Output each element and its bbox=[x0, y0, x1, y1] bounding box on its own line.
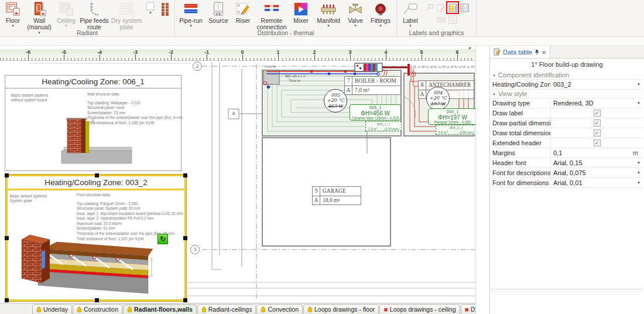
data-table-button[interactable] bbox=[447, 2, 458, 13]
pipe-run-dropdown-arrow: ▼ bbox=[189, 25, 193, 27]
manifold-button[interactable]: Manifold ▼ bbox=[313, 1, 344, 30]
ribbon-group-radiant: Floor ▼ Wall (manual) ▼ Ceiling ▼ bbox=[0, 0, 175, 36]
grid-marker-2: 2 bbox=[193, 62, 202, 71]
grid-table-button[interactable] bbox=[447, 14, 458, 25]
zone-subtag-004-1-1[interactable]: 004_1_1 3,6 m²[200 mm] bbox=[436, 125, 475, 135]
ceiling-button[interactable]: Ceiling ▼ bbox=[54, 1, 78, 30]
ruler-tick bbox=[28, 54, 29, 60]
pipe-run-button[interactable]: Pipe-run ▼ bbox=[176, 1, 205, 30]
radiant-extra-button[interactable]: ▼ bbox=[143, 1, 158, 30]
remote-connection-button[interactable]: Remote connection bbox=[255, 1, 289, 30]
label-dropdown-arrow: ▼ bbox=[409, 25, 412, 27]
dry-system-plate-button[interactable]: Dry system plate bbox=[110, 1, 143, 30]
ruler-minor-ticks bbox=[0, 58, 475, 60]
extended-header-checkbox[interactable] bbox=[594, 139, 601, 146]
legend-table-button[interactable] bbox=[459, 2, 470, 13]
grid-marker-3: 3 bbox=[190, 245, 200, 254]
property-grid-bottom-border bbox=[491, 289, 643, 289]
pipe-power-label-2: 7324 W bbox=[265, 65, 276, 69]
chevron-down-icon[interactable]: ▼ bbox=[637, 171, 640, 175]
selection-handle[interactable] bbox=[95, 173, 99, 178]
property-row-drawing-type[interactable]: Drawing type Rendered, 3D ▼ bbox=[491, 98, 643, 108]
leader-label-button[interactable] bbox=[424, 2, 434, 13]
property-row-draw-label[interactable]: Draw label bbox=[491, 108, 643, 118]
pin-icon[interactable] bbox=[535, 49, 539, 55]
ruler-tick bbox=[350, 54, 351, 60]
tab-underlay[interactable]: Underlay bbox=[32, 304, 72, 314]
fittings-button[interactable]: Fittings ▼ bbox=[367, 1, 394, 30]
label-button[interactable]: Label ▼ bbox=[398, 1, 423, 30]
tab-loops-drawings-floor[interactable]: Loops drawings - floor bbox=[303, 304, 379, 314]
ruler-tick bbox=[100, 54, 100, 60]
tab-dry-systems[interactable]: Dry systems bbox=[461, 304, 475, 314]
chevron-down-icon[interactable]: ▼ bbox=[637, 181, 640, 185]
section-view-style[interactable]: View style bbox=[491, 90, 643, 98]
valve-button[interactable]: Valve ▼ bbox=[344, 1, 367, 30]
draw-label-checkbox[interactable] bbox=[594, 110, 601, 117]
ruler-number: 2 bbox=[308, 49, 321, 55]
source-icon bbox=[210, 2, 227, 17]
close-icon[interactable] bbox=[542, 49, 546, 56]
chevron-down-icon[interactable]: ▼ bbox=[637, 161, 640, 165]
temp-circle-antechamber[interactable]: 004 +20 °C 197 W bbox=[426, 87, 450, 110]
tab-construction[interactable]: Construction bbox=[73, 304, 122, 314]
ruler-tick bbox=[422, 54, 422, 60]
property-row-extended-header[interactable]: Extended header bbox=[491, 138, 643, 148]
property-row-draw-total-dimension[interactable]: Draw total dimension bbox=[491, 128, 643, 138]
mixer-button[interactable]: Mixer bbox=[289, 1, 313, 30]
property-row-header-font[interactable]: Header font Arial, 0,15 ▼ bbox=[491, 158, 643, 168]
chevron-down-icon[interactable]: ▼ bbox=[637, 101, 640, 105]
dimension-button[interactable] bbox=[436, 14, 446, 25]
flame-icon bbox=[127, 306, 132, 313]
riser-button[interactable]: Riser bbox=[231, 1, 255, 30]
wall-manual-button[interactable]: Wall (manual) ▼ bbox=[25, 1, 54, 30]
grid-frame-icon bbox=[146, 2, 155, 11]
draw-partial-dimensions-checkbox[interactable] bbox=[594, 120, 601, 127]
selection-handle[interactable] bbox=[183, 173, 187, 178]
source-button[interactable]: Source bbox=[205, 1, 231, 30]
selection-handle[interactable] bbox=[5, 173, 9, 178]
zone-subtag-005-1-1[interactable]: 005_1_1 7,0 m²[150 mm] bbox=[365, 121, 402, 131]
grid-table-icon bbox=[448, 15, 457, 24]
property-row-heating-cooling-zone[interactable]: Heating/Cooling Zone 003_2 ▼ bbox=[491, 80, 643, 90]
label-icon bbox=[402, 2, 419, 17]
panel-splitter-line[interactable] bbox=[491, 291, 643, 292]
draw-total-dimension-checkbox[interactable] bbox=[594, 129, 601, 136]
selection-handle[interactable] bbox=[183, 298, 187, 302]
drawing-viewport[interactable]: ▼ -6 -5 -4 -3 -2 -1 0 1 2 3 bbox=[0, 46, 475, 314]
panel-tab-data-table[interactable]: Data table bbox=[490, 46, 550, 58]
ruler-number: -3 bbox=[129, 49, 142, 55]
selection-handle[interactable] bbox=[5, 236, 9, 240]
tab-radiant-floors-walls[interactable]: Radiant-floors,walls bbox=[123, 304, 197, 314]
floor-button[interactable]: Floor ▼ bbox=[1, 1, 25, 30]
zone-detail-box-003-2[interactable]: Heating/Cooling Zone: 003_2 Basic radian… bbox=[6, 175, 186, 301]
selection-handle[interactable] bbox=[5, 298, 9, 302]
zone-tag-004-1[interactable]: 004_1 ΦH=197 W Parquet 10mm - 0,050 bbox=[428, 108, 475, 125]
ribbon-group-title-radiant: Radiant bbox=[0, 29, 174, 36]
property-row-font-for-dimensions[interactable]: Font for dimensions Arial, 0,01 ▼ bbox=[491, 178, 643, 188]
edit-label-button[interactable] bbox=[436, 2, 446, 13]
pipe-feeds-route-button[interactable]: Pipe feeds route bbox=[78, 1, 110, 30]
property-row-font-for-descriptions[interactable]: Font for descriptions Arial, 0,075 ▼ bbox=[491, 168, 643, 178]
tab-loops-drawings-ceiling[interactable]: Loops drawings - ceiling bbox=[379, 304, 460, 314]
section-component-identification[interactable]: Component identification bbox=[491, 71, 643, 80]
zone-detail-box-006-1[interactable]: Heating/Cooling Zone: 006_1 Basic radian… bbox=[5, 75, 181, 171]
selection-handle[interactable] bbox=[95, 298, 99, 302]
wall-section-button[interactable] bbox=[158, 1, 172, 30]
floor-icon bbox=[4, 2, 22, 17]
ruler-number: 3 bbox=[344, 49, 357, 55]
property-row-margins[interactable]: Margins 0,1 m bbox=[491, 148, 643, 158]
tab-convection[interactable]: Convection bbox=[256, 304, 303, 314]
zone-tag-005-1[interactable]: 005_1 ΦH=456 W Ceramic tiles <15mm - 0,0… bbox=[350, 104, 401, 121]
ruler-number: -5 bbox=[57, 49, 70, 55]
property-row-draw-partial-dimensions[interactable]: Draw partial dimensions bbox=[491, 118, 643, 128]
room-label-boiler[interactable]: 7BOILER - ROOM A7,0 m² bbox=[344, 76, 401, 95]
room-label-garage[interactable]: 9GARAGE A18,0 m² bbox=[312, 186, 361, 205]
selection-handle[interactable] bbox=[183, 236, 187, 240]
fittings-label: Fittings bbox=[371, 18, 390, 24]
tab-radiant-ceilings[interactable]: Radiant-ceilings bbox=[197, 304, 256, 314]
leader-label-icon bbox=[425, 4, 434, 12]
rotate-view-icon[interactable] bbox=[157, 234, 168, 244]
temp-circle-boiler[interactable]: 005 +20 °C 463 W bbox=[324, 89, 347, 112]
chevron-down-icon[interactable]: ▼ bbox=[637, 83, 640, 86]
